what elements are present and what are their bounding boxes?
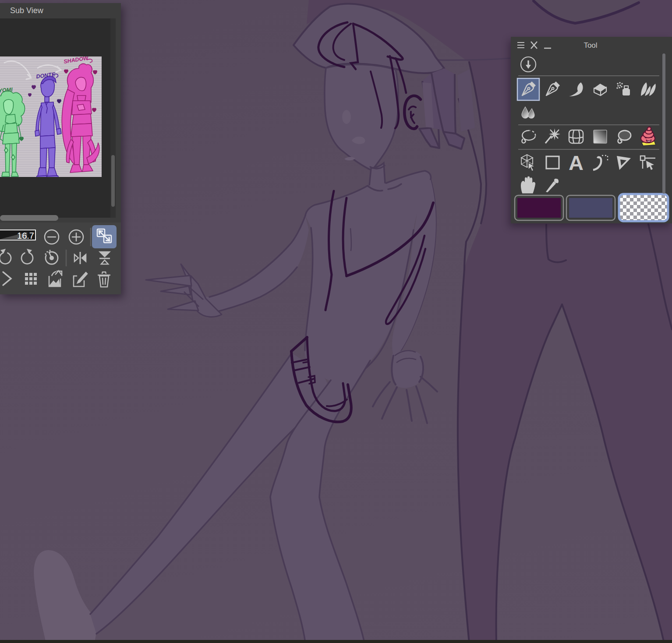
svg-text:16.7: 16.7 (17, 231, 34, 240)
svg-text:Tool: Tool (584, 41, 597, 49)
svg-text:A: A (569, 151, 584, 174)
svg-text:YOMI: YOMI (0, 86, 13, 94)
svg-text:SHADOW: SHADOW (63, 57, 89, 65)
